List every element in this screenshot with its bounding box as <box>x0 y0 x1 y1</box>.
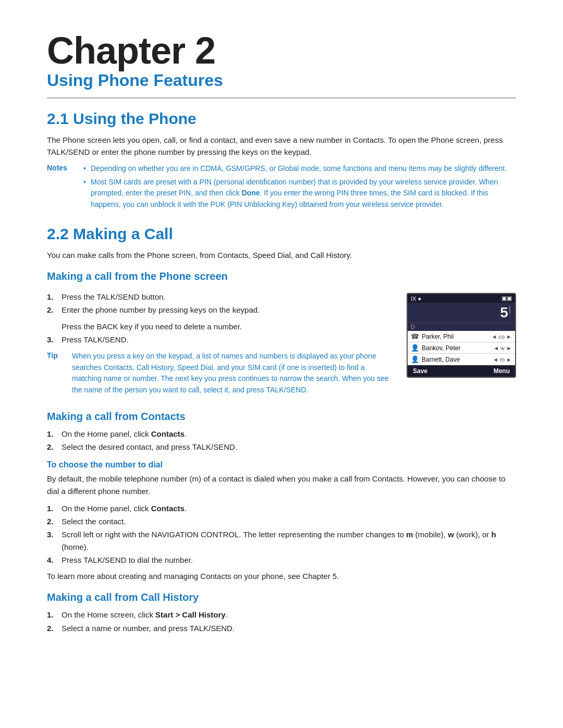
contact-icon-barnett: 👤 <box>411 355 419 363</box>
note-2: Most SIM cards are preset with a PIN (pe… <box>83 177 516 211</box>
contact-icon-bankov: 👤 <box>411 344 419 352</box>
call-history-steps: 1. On the Home screen, click Start > Cal… <box>47 609 516 634</box>
contact-name-parker: Parker, Phil <box>422 333 491 340</box>
note-1: Depending on whether you are in CDMA, GS… <box>83 163 516 175</box>
tip-label: Tip <box>47 351 72 396</box>
to-choose-step-1-num: 1. <box>47 502 54 514</box>
contact-row-barnett: 👤 Barnett, Dave ◄ m ► <box>408 354 515 365</box>
to-choose-step-4-num: 4. <box>47 554 54 566</box>
section-22: 2.2 Making a Call You can make calls fro… <box>47 225 516 634</box>
topbar-icon-ix: IX ● <box>411 295 421 302</box>
phone-contact-list: ☎ Parker, Phil ◄ co ► 👤 Bankov, Peter ◄ … <box>408 331 515 365</box>
call-history-step-2: 2. Select a name or number, and press TA… <box>47 622 516 634</box>
to-choose-step-3: 3. Scroll left or right with the NAVIGAT… <box>47 528 516 553</box>
chapter-subtitle: Using Phone Features <box>47 71 516 90</box>
to-choose-steps: 1. On the Home panel, click Contacts. 2.… <box>47 502 516 566</box>
step-1-num: 1. <box>47 291 54 303</box>
section-21-title: 2.1 Using the Phone <box>47 110 516 128</box>
phone-cursor: | <box>509 304 511 314</box>
contact-type-bankov: ◄ w ► <box>493 345 512 351</box>
call-history-step-1: 1. On the Home screen, click Start > Cal… <box>47 609 516 621</box>
phone-softkey-save: Save <box>413 367 427 375</box>
contacts-step-2-num: 2. <box>47 441 54 453</box>
step-2-note: Press the BACK key if you need to delete… <box>47 320 391 332</box>
notes-list: Depending on whether you are in CDMA, GS… <box>83 163 516 213</box>
contact-type-barnett: ◄ m ► <box>493 356 512 363</box>
step-3-num: 3. <box>47 334 54 346</box>
section-21-body: The Phone screen lets you open, call, or… <box>47 134 516 158</box>
phone-softkeys: Save Menu <box>408 365 515 377</box>
notes-label: Notes <box>47 163 83 213</box>
phone-d-label: D <box>408 323 515 331</box>
subsection-call-history: Making a call from Call History 1. On th… <box>47 591 516 634</box>
chapter-divider <box>47 97 516 98</box>
subsection-phone-screen-title: Making a call from the Phone screen <box>47 270 516 282</box>
section-21: 2.1 Using the Phone The Phone screen let… <box>47 110 516 213</box>
contact-icon-phone: ☎ <box>411 332 419 340</box>
contact-row-parker: ☎ Parker, Phil ◄ co ► <box>408 331 515 342</box>
phone-screen-left: 1. Press the TALK/SEND button. 2. Enter … <box>47 288 391 401</box>
subsection-contacts: Making a call from Contacts 1. On the Ho… <box>47 411 516 583</box>
phone-screen-steps: 1. Press the TALK/SEND button. 2. Enter … <box>47 291 391 316</box>
contacts-bottom-note: To learn more about creating and managin… <box>47 570 516 582</box>
to-choose-step-2-num: 2. <box>47 515 54 527</box>
phone-topbar: IX ● ▣▣ <box>408 294 515 303</box>
phone-number-display: 5 <box>500 304 509 321</box>
chapter-header: Chapter 2 Using Phone Features <box>47 31 516 98</box>
section-22-title: 2.2 Making a Call <box>47 225 516 243</box>
call-history-step-1-num: 1. <box>47 609 54 621</box>
phone-softkey-menu: Menu <box>494 367 510 375</box>
chapter-title: Chapter 2 <box>47 31 516 71</box>
to-choose-step-2: 2. Select the contact. <box>47 515 516 527</box>
contact-name-bankov: Bankov, Peter <box>422 344 493 352</box>
phone-ui: IX ● ▣▣ 5 | D ☎ Parker, Phil ◄ co ► <box>407 293 516 378</box>
contacts-step-1: 1. On the Home panel, click Contacts. <box>47 428 516 440</box>
contact-name-barnett: Barnett, Dave <box>422 356 493 363</box>
contacts-step-2: 2. Select the desired contact, and press… <box>47 441 516 453</box>
contacts-steps: 1. On the Home panel, click Contacts. 2.… <box>47 428 516 453</box>
tip-block: Tip When you press a key on the keypad, … <box>47 351 391 396</box>
tip-text: When you press a key on the keypad, a li… <box>72 351 391 396</box>
to-choose-body: By default, the mobile telephone number … <box>47 473 516 497</box>
to-choose-step-1: 1. On the Home panel, click Contacts. <box>47 502 516 514</box>
contact-type-parker: ◄ co ► <box>491 334 512 340</box>
step-1: 1. Press the TALK/SEND button. <box>47 291 391 303</box>
phone-number-area: 5 | <box>408 303 515 323</box>
to-choose-title: To choose the number to dial <box>47 460 516 470</box>
notes-block: Notes Depending on whether you are in CD… <box>47 163 516 213</box>
phone-screen-step3: 3. Press TALK/SEND. <box>47 334 391 346</box>
phone-screen-row: 1. Press the TALK/SEND button. 2. Enter … <box>47 288 516 401</box>
contacts-step-1-num: 1. <box>47 428 54 440</box>
phone-ui-container: IX ● ▣▣ 5 | D ☎ Parker, Phil ◄ co ► <box>407 293 516 378</box>
call-history-step-2-num: 2. <box>47 622 54 634</box>
step-2: 2. Enter the phone number by pressing ke… <box>47 304 391 316</box>
step-2-num: 2. <box>47 304 54 316</box>
section-22-intro: You can make calls from the Phone screen… <box>47 249 516 261</box>
step-3: 3. Press TALK/SEND. <box>47 334 391 346</box>
to-choose-step-3-num: 3. <box>47 528 54 540</box>
subsection-contacts-title: Making a call from Contacts <box>47 411 516 423</box>
subsection-phone-screen: Making a call from the Phone screen 1. P… <box>47 270 516 401</box>
subsection-call-history-title: Making a call from Call History <box>47 591 516 603</box>
topbar-icon-battery: ▣▣ <box>501 295 512 302</box>
to-choose-step-4: 4. Press TALK/SEND to dial the number. <box>47 554 516 566</box>
contact-row-bankov: 👤 Bankov, Peter ◄ w ► <box>408 342 515 354</box>
